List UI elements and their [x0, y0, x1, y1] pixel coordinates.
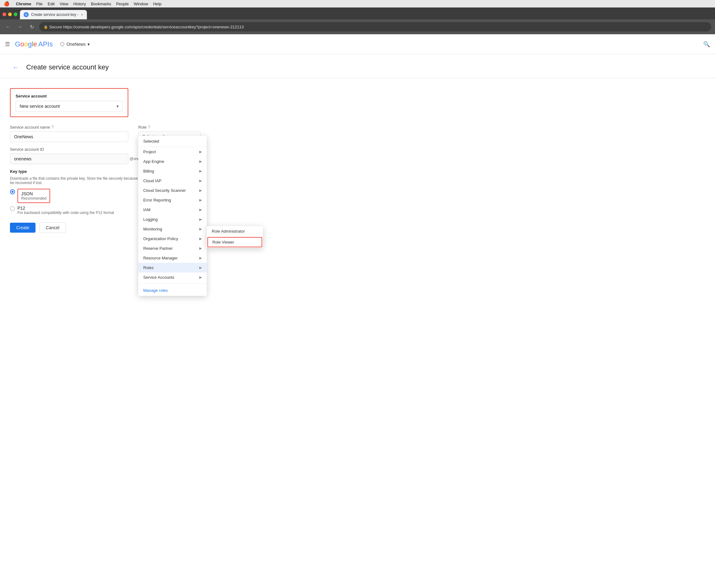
logo-apis: APIs [38, 40, 52, 48]
hamburger-icon[interactable]: ☰ [5, 41, 10, 48]
roles-submenu: Role Administrator Role Viewer [207, 226, 263, 248]
json-label: JSON [21, 191, 46, 196]
menu-file[interactable]: File [36, 2, 43, 6]
name-role-row: Service account name ? Role ? Select a r… [10, 125, 705, 142]
menu-item-billing[interactable]: Billing ▶ [138, 166, 207, 176]
key-type-section: Key type Downloads a file that contains … [10, 169, 705, 215]
menu-item-cloud-security-scanner[interactable]: Cloud Security Scanner ▶ [138, 186, 207, 195]
menu-item-logging[interactable]: Logging ▶ [138, 215, 207, 224]
submenu-arrow-icon: ▶ [199, 150, 202, 154]
role-label: Role ? [138, 125, 213, 130]
menu-item-cloud-iap[interactable]: Cloud IAP ▶ [138, 176, 207, 186]
menu-item-organization-policy[interactable]: Organization Policy ▶ [138, 234, 207, 244]
submenu-arrow-icon: ▶ [199, 227, 202, 231]
minimize-button[interactable] [8, 13, 12, 16]
menu-item-reserve-partner[interactable]: Reserve Partner ▶ [138, 244, 207, 253]
json-radio-box[interactable]: JSON Recommended [17, 189, 50, 203]
forward-nav-button[interactable]: → [16, 22, 24, 31]
dropdown-arrow-icon: ▾ [117, 104, 119, 109]
page-header: ← Create service account key [0, 54, 715, 78]
submenu-arrow-icon: ▶ [199, 266, 202, 270]
back-button[interactable]: ← [10, 62, 21, 73]
submenu-arrow-icon: ▶ [199, 246, 202, 250]
name-help-icon[interactable]: ? [51, 125, 54, 130]
menu-header-selected: Selected [138, 136, 207, 147]
logo-g: G [15, 40, 20, 48]
menu-item-monitoring[interactable]: Monitoring ▶ [138, 224, 207, 234]
menu-item-project[interactable]: Project ▶ [138, 147, 207, 157]
manage-roles-link[interactable]: Manage roles [138, 285, 207, 296]
service-account-box: Service account New service account ▾ [10, 88, 128, 117]
google-logo: Google APIs [15, 40, 52, 48]
menu-item-app-engine[interactable]: App Engine ▶ [138, 157, 207, 166]
menu-window[interactable]: Window [133, 2, 148, 6]
maximize-button[interactable] [14, 13, 17, 16]
service-account-id-row: @onenews-212113.iam.gs... [10, 153, 705, 164]
p12-radio[interactable] [10, 206, 15, 211]
submenu-arrow-icon: ▶ [199, 217, 202, 222]
menu-edit[interactable]: Edit [48, 2, 55, 6]
submenu-arrow-icon: ▶ [199, 188, 202, 192]
service-account-dropdown[interactable]: New service account ▾ [16, 101, 123, 111]
menu-divider [138, 284, 207, 284]
page-content: ← Create service account key Service acc… [0, 54, 715, 588]
create-button[interactable]: Create [10, 223, 36, 233]
cancel-button[interactable]: Cancel [39, 223, 66, 233]
submenu-arrow-icon: ▶ [199, 208, 202, 212]
submenu-arrow-icon: ▶ [199, 169, 202, 173]
service-account-id-input[interactable] [10, 153, 128, 164]
service-account-id-label: Service account ID [10, 147, 705, 152]
traffic-lights [2, 13, 17, 19]
submenu-arrow-icon: ▶ [199, 179, 202, 183]
page-title: Create service account key [26, 63, 109, 71]
menu-bookmarks[interactable]: Bookmarks [91, 2, 111, 6]
menu-history[interactable]: History [73, 2, 86, 6]
p12-description: For backward compatibility with code usi… [17, 211, 114, 215]
project-selector[interactable]: ⬡ OneNews ▾ [58, 40, 92, 48]
close-button[interactable] [2, 13, 6, 16]
address-bar[interactable]: 🔒 Secure https://console.developers.goog… [39, 22, 711, 31]
logo-g2: g [28, 40, 32, 48]
mac-menubar: 🍎 Chrome File Edit View History Bookmark… [0, 0, 715, 7]
service-account-id-section: Service account ID @onenews-212113.iam.g… [10, 147, 705, 164]
service-account-name-label: Service account name ? [10, 125, 128, 130]
submenu-arrow-icon: ▶ [199, 275, 202, 279]
submenu-arrow-icon: ▶ [199, 237, 202, 241]
menu-chrome[interactable]: Chrome [16, 2, 31, 6]
lock-icon: 🔒 [44, 25, 48, 29]
menu-item-service-accounts[interactable]: Service Accounts ▶ [138, 273, 207, 282]
service-account-name-input[interactable] [10, 131, 128, 142]
search-icon[interactable]: 🔍 [703, 41, 710, 48]
submenu-arrow-icon: ▶ [199, 160, 202, 164]
menu-people[interactable]: People [116, 2, 129, 6]
tab-close-button[interactable]: × [81, 13, 83, 17]
menu-item-roles[interactable]: Roles ▶ [138, 263, 207, 273]
role-column: Role ? Select a role ▾ Selected Project … [138, 125, 213, 142]
project-name: OneNews [66, 42, 85, 47]
url-text: https://console.developers.google.com/ap… [63, 25, 244, 29]
chrome-tabbar: G Create service account key - × [0, 7, 715, 19]
menu-view[interactable]: View [60, 2, 68, 6]
submenu-arrow-icon: ▶ [199, 256, 202, 260]
logo-o1: o [20, 40, 24, 48]
p12-text: P12 For backward compatibility with code… [17, 206, 114, 215]
service-account-label: Service account [16, 94, 123, 99]
menu-item-resource-manager[interactable]: Resource Manager ▶ [138, 253, 207, 263]
submenu-item-role-viewer[interactable]: Role Viewer [207, 237, 262, 247]
form-area: Service account New service account ▾ Se… [0, 78, 715, 243]
json-radio[interactable] [10, 189, 15, 194]
menu-help[interactable]: Help [153, 2, 162, 6]
json-option: JSON Recommended [10, 189, 705, 203]
submenu-arrow-icon: ▶ [199, 198, 202, 202]
back-nav-button[interactable]: ← [4, 22, 13, 31]
refresh-button[interactable]: ↻ [27, 22, 36, 31]
name-column: Service account name ? [10, 125, 128, 142]
p12-label: P12 [17, 206, 114, 211]
role-dropdown-menu: Selected Project ▶ App Engine ▶ Billing … [138, 136, 207, 296]
submenu-item-role-administrator[interactable]: Role Administrator [207, 226, 263, 236]
tab-title: Create service account key - [31, 13, 79, 17]
menu-item-error-reporting[interactable]: Error Reporting ▶ [138, 195, 207, 205]
menu-item-iam[interactable]: IAM ▶ [138, 205, 207, 215]
browser-tab[interactable]: G Create service account key - × [20, 10, 87, 19]
role-help-icon[interactable]: ? [148, 125, 150, 130]
